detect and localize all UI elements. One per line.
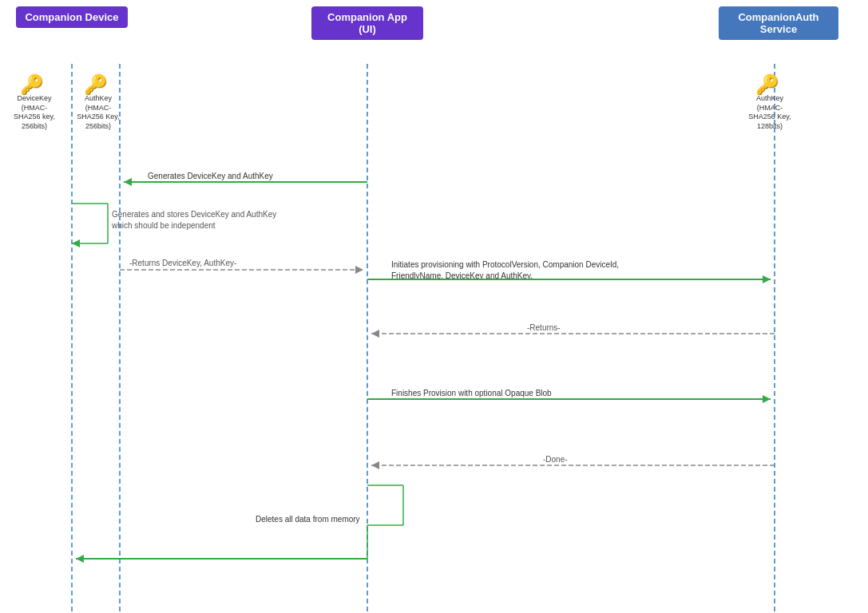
auth-key-service-icon: 🔑: [755, 73, 779, 96]
auth-key-device-icon: 🔑: [84, 73, 108, 96]
svg-marker-17: [763, 395, 771, 403]
generates-stores-label: Generates and stores DeviceKey and AuthK…: [112, 209, 276, 231]
svg-marker-11: [355, 266, 363, 274]
actor-companion-app-label: Companion App(UI): [327, 11, 407, 35]
device-key-icon: 🔑: [20, 73, 44, 96]
svg-marker-15: [371, 330, 379, 338]
actor-companion-app: Companion App(UI): [311, 6, 423, 40]
svg-marker-25: [76, 555, 84, 563]
auth-key-service-label: AuthKey(HMAC-SHA256 Key,128bits): [742, 94, 798, 132]
svg-marker-5: [124, 178, 132, 186]
actor-companion-device: Companion Device: [16, 6, 128, 28]
returns-label: -Returns-: [527, 323, 561, 332]
svg-marker-13: [763, 275, 771, 283]
actor-companion-device-label: Companion Device: [25, 11, 118, 23]
svg-marker-9: [72, 239, 80, 247]
diagram-container: Companion Device Companion App(UI) Compa…: [0, 0, 868, 613]
auth-key-device-label: AuthKey(HMAC-SHA256 Key,256bits): [70, 94, 126, 132]
actor-companion-auth: CompanionAuthService: [719, 6, 838, 40]
finishes-provision-label: Finishes Provision with optional Opaque …: [391, 389, 552, 397]
done-label: -Done-: [543, 455, 568, 464]
initiates-provisioning-label: Initiates provisioning with ProtocolVers…: [391, 259, 619, 282]
returns-device-auth-label: -Returns DeviceKey, AuthKey-: [129, 259, 236, 267]
actor-companion-auth-label: CompanionAuthService: [738, 11, 818, 35]
arrows-svg: [0, 0, 868, 613]
deletes-data-label: Deletes all data from memory: [256, 515, 360, 524]
generates-device-auth-label: Generates DeviceKey and AuthKey: [148, 172, 273, 180]
device-key-label: DeviceKey(HMAC-SHA256 key,256bits): [6, 94, 62, 132]
svg-marker-19: [371, 461, 379, 469]
